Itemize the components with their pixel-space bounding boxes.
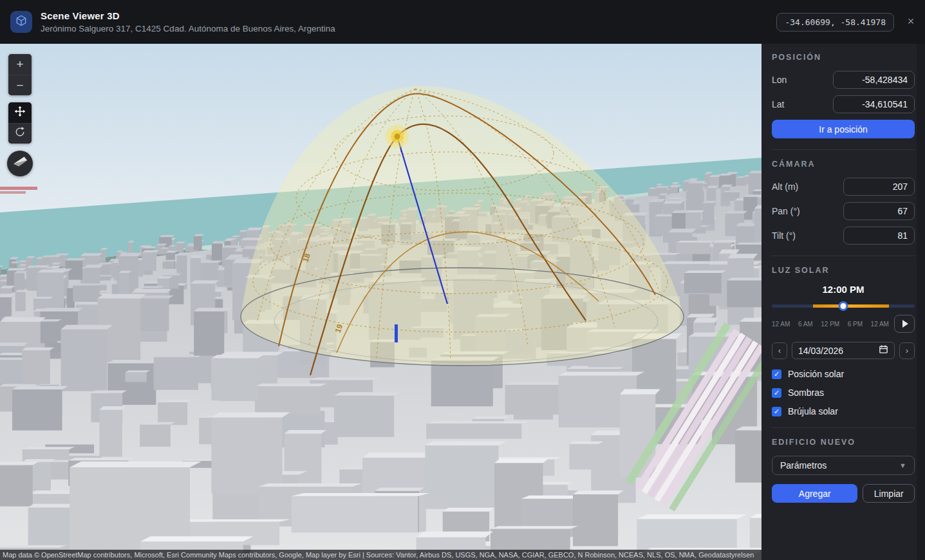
pan-move-icon [14,105,26,121]
alt-input[interactable] [843,178,915,196]
compass-icon [10,153,30,174]
tick-label: 12 PM [821,321,839,328]
header-titles: Scene Viewer 3D Jerónimo Salguero 317, C… [41,10,776,33]
plus-icon: + [16,57,23,71]
lon-row: Lon [772,71,915,89]
rotate-icon [14,126,26,142]
play-animation-button[interactable] [894,315,915,333]
map-attribution: Map data © OpenStreetMap contributors, M… [0,550,761,560]
navigation-mode-controls [8,102,32,144]
compass-button[interactable] [7,151,33,176]
chevron-down-icon: ▼ [899,462,906,469]
checkbox-checked-icon[interactable]: ✓ [772,388,781,398]
address-subtitle: Jerónimo Salguero 317, C1425 Cdad. Autón… [41,24,776,33]
tick-label: 12 AM [772,321,790,328]
tilt-label: Tilt (°) [772,230,796,241]
tilt-row: Tilt (°) [772,227,915,245]
checkbox-sun-position[interactable]: ✓ Posición solar [772,369,915,379]
calendar-icon [879,344,888,357]
pan-label: Pan (°) [772,206,800,216]
section-title-camera: CÁMARA [772,160,915,169]
divider [772,256,915,256]
alt-label: Alt (m) [772,182,798,192]
pan-tool-button[interactable] [8,102,32,123]
next-day-button[interactable]: › [899,342,915,359]
parameters-dropdown[interactable]: Parámetros ▼ [772,456,915,475]
page-title: Scene Viewer 3D [41,10,776,21]
tick-label: 12 AM [871,321,889,328]
pan-row: Pan (°) [772,202,915,220]
map-toolbar: + − [8,54,32,176]
checkbox-label: Posición solar [788,369,844,379]
header-bar: Scene Viewer 3D Jerónimo Salguero 317, C… [0,0,925,44]
time-slider-thumb[interactable] [839,301,848,311]
rotate-tool-button[interactable] [8,123,32,144]
app-logo [10,11,32,33]
divider [772,149,915,150]
date-picker[interactable]: 14/03/2026 [792,342,895,359]
zoom-controls: + − [8,54,32,95]
cursor-coordinates: -34.60699, -58.41978 [776,13,894,32]
cube-icon [15,14,28,30]
section-title-position: POSICIÓN [772,53,915,62]
time-tick-labels: 12 AM 6 AM 12 PM 6 PM 12 AM [772,321,894,328]
go-to-position-button[interactable]: Ir a posición [772,120,915,138]
checkbox-checked-icon[interactable]: ✓ [772,407,781,416]
lat-input[interactable] [833,95,915,113]
time-ticks-row: 12 AM 6 AM 12 PM 6 PM 12 AM [772,315,915,333]
pan-input[interactable] [843,202,915,220]
checkbox-shadows[interactable]: ✓ Sombras [772,387,915,398]
clear-building-button[interactable]: Limpiar [863,484,915,503]
previous-day-button[interactable]: ‹ [772,342,787,359]
checkbox-label: Sombras [788,387,824,398]
date-value: 14/03/2026 [798,346,879,356]
scene-viewer-app: Scene Viewer 3D Jerónimo Salguero 317, C… [0,0,925,560]
lat-row: Lat [772,95,915,113]
building-actions: Agregar Limpiar [772,484,915,503]
lon-label: Lon [772,75,787,85]
add-building-button[interactable]: Agregar [772,484,857,503]
sun-marker [386,125,409,148]
date-row: ‹ 14/03/2026 › [772,342,915,359]
section-title-new-building: EDIFICIO NUEVO [772,438,915,447]
divider [772,427,915,428]
minus-icon: − [16,79,23,93]
time-slider[interactable] [772,301,915,310]
checkbox-label: Brújula solar [788,406,838,416]
chevron-right-icon: › [906,346,908,355]
settings-sidebar: POSICIÓN Lon Lat Ir a posición CÁMARA Al… [761,44,925,560]
close-icon[interactable]: × [903,14,919,30]
play-icon [902,320,908,328]
tick-label: 6 PM [848,321,863,328]
alt-row: Alt (m) [772,178,915,196]
zoom-in-button[interactable]: + [8,54,32,75]
scene-3d: 18 19 [0,44,761,560]
tick-label: 6 AM [798,321,813,328]
parameters-dropdown-label: Parámetros [780,460,899,471]
checkbox-sun-compass[interactable]: ✓ Brújula solar [772,406,915,416]
map-viewport[interactable]: 18 19 + − [0,44,761,560]
selected-building-marker [395,324,398,342]
daylight-range [813,304,889,308]
checkbox-checked-icon[interactable]: ✓ [772,369,781,379]
lon-input[interactable] [833,71,915,89]
section-title-sunlight: LUZ SOLAR [772,266,915,275]
chevron-left-icon: ‹ [778,346,781,355]
lat-label: Lat [772,99,784,109]
sidebar-scrollbar[interactable] [917,44,925,560]
zoom-out-button[interactable]: − [8,75,32,95]
tilt-input[interactable] [843,227,915,245]
sun-time-value: 12:00 PM [772,284,915,295]
